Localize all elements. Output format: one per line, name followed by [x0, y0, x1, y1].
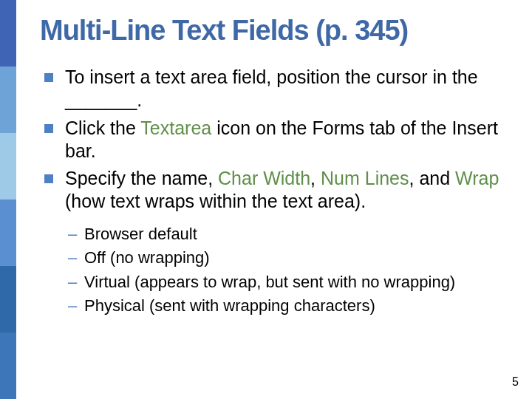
sub-bullet-item: Virtual (appears to wrap, but sent with … [65, 272, 510, 293]
sub-bullet-item: Off (no wrapping) [65, 248, 510, 269]
body-text: , and [409, 168, 456, 188]
sub-bullet-item: Browser default [65, 224, 510, 245]
bullet-item: To insert a text area field, position th… [40, 66, 510, 112]
accent-stripe [0, 266, 16, 332]
page-number: 5 [512, 375, 519, 389]
body-text: Click the [65, 117, 140, 138]
body-text: (how text wraps within the text area). [65, 191, 366, 211]
sub-bullet-list: Browser defaultOff (no wrapping)Virtual … [65, 224, 510, 317]
body-text: To insert a text area field, position th… [65, 66, 478, 110]
accent-stripes [0, 0, 16, 399]
slide-title: Multi-Line Text Fields (p. 345) [40, 15, 510, 47]
accent-stripe [0, 332, 16, 399]
body-text: Specify the name, [65, 168, 218, 188]
accent-stripe [0, 200, 16, 266]
main-bullet-list: To insert a text area field, position th… [40, 66, 510, 214]
accent-stripe [0, 66, 16, 133]
body-text: , [310, 168, 321, 188]
accent-stripe [0, 133, 16, 200]
highlight-text: Textarea [140, 117, 211, 138]
highlight-text: Char Width [218, 168, 310, 188]
highlight-text: Wrap [455, 168, 499, 188]
highlight-text: Num Lines [321, 168, 409, 188]
bullet-item: Specify the name, Char Width, Num Lines,… [40, 167, 510, 214]
accent-stripe [0, 0, 16, 66]
slide-content: Multi-Line Text Fields (p. 345) To inser… [40, 15, 510, 384]
bullet-item: Click the Textarea icon on the Forms tab… [40, 117, 510, 163]
sub-bullet-item: Physical (sent with wrapping characters) [65, 296, 510, 317]
